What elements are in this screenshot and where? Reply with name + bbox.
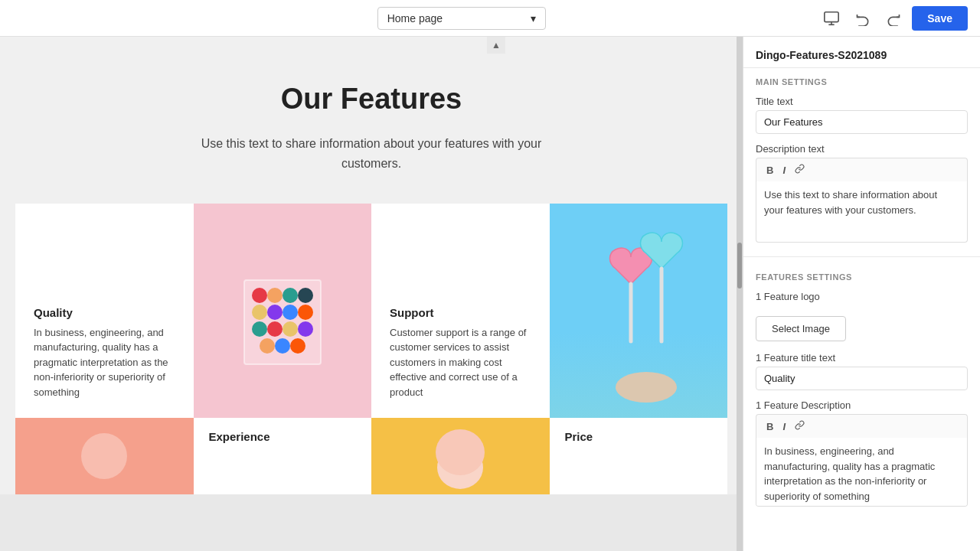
svg-point-22	[81, 433, 127, 479]
undo-icon	[855, 11, 871, 26]
feature-title-price: Price	[565, 430, 713, 443]
svg-point-18	[290, 338, 305, 354]
feature-desc-textarea[interactable]: In business, engineering, and manufactur…	[756, 438, 968, 507]
monitor-icon	[823, 10, 840, 27]
svg-point-8	[252, 305, 267, 320]
feature-desc-bold-button[interactable]: B	[763, 419, 777, 435]
link-icon	[795, 164, 805, 174]
icecream-svg	[414, 418, 506, 494]
svg-point-13	[267, 321, 283, 337]
svg-point-10	[283, 305, 298, 320]
feature-desc-label: 1 Feature Description	[756, 399, 968, 411]
bottom-icon-svg	[74, 425, 135, 487]
svg-point-14	[283, 321, 298, 337]
feature-title-input[interactable]	[756, 367, 968, 390]
description-rich-toolbar: B I	[756, 158, 968, 181]
monitor-icon-button[interactable]	[818, 5, 844, 31]
description-bold-button[interactable]: B	[763, 162, 777, 178]
feature-desc-link-button[interactable]	[791, 418, 808, 435]
features-section-description: Use this text to share information about…	[188, 134, 555, 173]
feature-desc-field: 1 Feature Description B I In business, e…	[743, 395, 980, 514]
title-text-label: Title text	[756, 96, 968, 107]
feature-title-field: 1 Feature title text	[743, 347, 980, 395]
svg-point-12	[252, 321, 267, 337]
feature-cell-candy-image	[194, 204, 372, 418]
feature-title-support: Support	[390, 306, 531, 319]
select-image-button[interactable]: Select Image	[756, 316, 846, 341]
svg-point-7	[298, 288, 313, 303]
canvas-scrollbar[interactable]	[737, 37, 743, 551]
feature-logo-label: 1 Feature logo	[756, 291, 968, 302]
page-selector[interactable]: Home page ▾	[377, 7, 546, 30]
save-button[interactable]: Save	[912, 6, 968, 31]
svg-rect-0	[825, 11, 838, 21]
feature-desc-quality: In business, engineering, and manufactur…	[34, 325, 175, 400]
lollipop-svg	[570, 211, 707, 410]
redo-icon	[886, 11, 901, 26]
svg-point-11	[298, 305, 313, 320]
svg-point-6	[283, 288, 298, 303]
topbar-center: Home page ▾	[377, 7, 546, 30]
chevron-down-icon: ▾	[531, 12, 536, 24]
features-section: Our Features Use this text to share info…	[0, 37, 743, 494]
bottom-cell-price: Price	[550, 418, 728, 494]
features-grid-top: Quality In business, engineering, and ma…	[15, 204, 727, 418]
feature-link-icon	[795, 420, 805, 430]
feature-desc-rich-toolbar: B I	[756, 414, 968, 438]
feature-desc-italic-button[interactable]: I	[779, 419, 789, 435]
main-settings-label: MAIN SETTINGS	[743, 68, 980, 91]
features-settings-label: FEATURES SETTINGS	[743, 263, 980, 286]
description-link-button[interactable]	[791, 161, 808, 178]
feature-desc-support: Customer support is a range of customer …	[390, 325, 531, 400]
panel-header: Dingo-Features-S2021089	[743, 37, 980, 68]
svg-point-15	[298, 321, 313, 337]
lollipop-image	[550, 204, 728, 418]
right-panel: Dingo-Features-S2021089 MAIN SETTINGS Ti…	[743, 37, 980, 551]
title-text-input[interactable]	[756, 110, 968, 134]
redo-button[interactable]	[881, 6, 906, 31]
description-text-label: Description text	[756, 143, 968, 155]
collapse-panel-button[interactable]: ▲	[487, 37, 505, 54]
panel-description-field: Description text B I Use this text to sh…	[743, 139, 980, 250]
svg-point-21	[616, 372, 677, 403]
candy-image	[194, 204, 372, 418]
feature-title-quality: Quality	[34, 306, 175, 319]
description-textarea[interactable]: Use this text to share information about…	[756, 181, 968, 243]
bottom-cell-icecream	[371, 418, 550, 494]
candy-svg	[221, 234, 344, 387]
feature-logo-field: 1 Feature logo	[743, 286, 980, 310]
undo-button[interactable]	[851, 6, 875, 31]
panel-section-id: Dingo-Features-S2021089	[756, 49, 968, 61]
feature-title-text-label: 1 Feature title text	[756, 352, 968, 364]
page-selector-label: Home page	[387, 12, 443, 24]
features-section-title: Our Features	[15, 83, 727, 116]
bottom-cell-salmon	[15, 418, 194, 494]
bottom-cell-experience: Experience	[194, 418, 372, 494]
canvas-area: ▲ Our Features Use this text to share in…	[0, 37, 743, 551]
svg-point-5	[267, 288, 283, 303]
divider-1	[743, 256, 980, 257]
svg-point-4	[252, 288, 267, 303]
features-grid-bottom: Experience Price	[15, 418, 727, 494]
svg-point-9	[267, 305, 283, 320]
feature-cell-support: Support Customer support is a range of c…	[371, 204, 550, 418]
canvas-scroll-thumb[interactable]	[737, 243, 742, 289]
feature-cell-quality: Quality In business, engineering, and ma…	[15, 204, 194, 418]
main-layout: ▲ Our Features Use this text to share in…	[0, 37, 980, 551]
svg-point-16	[260, 338, 275, 354]
panel-title-field: Title text	[743, 91, 980, 139]
feature-cell-lollipop-image	[550, 204, 728, 418]
feature-title-experience: Experience	[209, 430, 357, 443]
description-italic-button[interactable]: I	[779, 162, 789, 178]
svg-point-17	[275, 338, 290, 354]
topbar-right: Save	[818, 5, 968, 31]
topbar: Home page ▾ Save	[0, 0, 980, 37]
svg-point-24	[436, 429, 485, 475]
